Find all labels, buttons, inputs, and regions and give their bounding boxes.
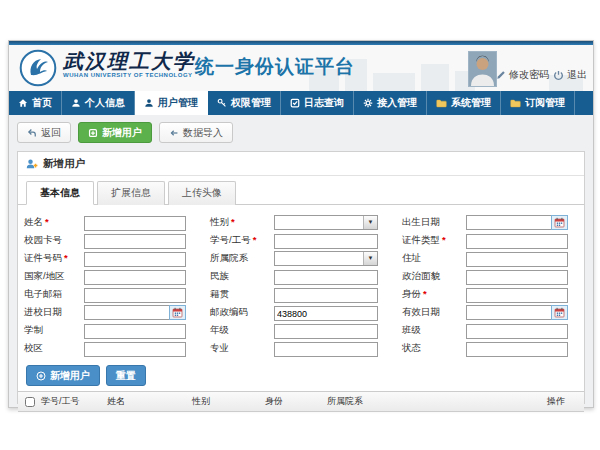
data-import-label: 数据导入 bbox=[183, 127, 223, 138]
required-asterisk: * bbox=[442, 234, 446, 245]
dropdown-arrow-icon: ▼ bbox=[363, 252, 377, 265]
home-icon bbox=[18, 98, 28, 108]
back-button[interactable]: 返回 bbox=[17, 122, 71, 143]
nav-item-log-query[interactable]: 日志查询 bbox=[281, 91, 354, 115]
field-campus bbox=[84, 339, 186, 358]
nav-item-system-management[interactable]: 系统管理 bbox=[427, 91, 501, 115]
panel-title: 新增用户 bbox=[43, 157, 85, 171]
add-user-panel: 新增用户 基本信息扩展信息上传头像 姓名*性别*▼出生日期校园卡号学号/工号*证… bbox=[17, 151, 585, 404]
nav-item-subscription-management[interactable]: 订阅管理 bbox=[501, 91, 575, 115]
add-user-toolbar-label: 新增用户 bbox=[102, 127, 142, 138]
app-header: 武汉理工大学 WUHAN UNIVERSITY OF TECHNOLOGY 统一… bbox=[9, 45, 593, 91]
back-button-label: 返回 bbox=[41, 127, 61, 138]
field-label-campus-card: 校园卡号 bbox=[24, 234, 76, 247]
field-birth-date bbox=[466, 215, 568, 230]
nav-item-label: 系统管理 bbox=[451, 96, 491, 110]
back-arrow-icon bbox=[27, 128, 37, 138]
field-valid-date bbox=[466, 305, 568, 320]
table-header-checkbox-cell bbox=[18, 397, 38, 407]
field-address bbox=[466, 249, 568, 268]
address-input[interactable] bbox=[466, 252, 568, 267]
postal-code-input[interactable] bbox=[274, 306, 378, 321]
campus-input[interactable] bbox=[84, 342, 186, 357]
field-label-status: 状态 bbox=[386, 342, 458, 355]
field-label-grade: 年级 bbox=[194, 324, 266, 337]
field-label-valid-date: 有效日期 bbox=[386, 306, 458, 319]
ethnicity-input[interactable] bbox=[274, 270, 378, 285]
nav-item-home[interactable]: 首页 bbox=[9, 91, 62, 115]
name-input[interactable] bbox=[84, 216, 186, 231]
status-input[interactable] bbox=[466, 342, 568, 357]
required-asterisk: * bbox=[423, 288, 427, 299]
field-label-gender: 性别* bbox=[194, 216, 266, 229]
grade-input[interactable] bbox=[274, 324, 378, 339]
form-tabs: 基本信息扩展信息上传头像 bbox=[18, 176, 584, 205]
field-label-political-status: 政治面貌 bbox=[386, 270, 458, 283]
id-type-input[interactable] bbox=[466, 234, 568, 249]
form-actions: 新增用户 重置 bbox=[18, 361, 584, 391]
data-import-button[interactable]: 数据导入 bbox=[159, 122, 233, 143]
tab-extended-info[interactable]: 扩展信息 bbox=[97, 181, 165, 205]
change-password-label: 修改密码 bbox=[509, 68, 549, 82]
form-grid: 姓名*性别*▼出生日期校园卡号学号/工号*证件类型*证件号码*所属院系▼住址国家… bbox=[18, 205, 584, 361]
field-label-ethnicity: 民族 bbox=[194, 270, 266, 283]
valid-date-input[interactable] bbox=[466, 305, 551, 320]
field-label-entry-date: 进校日期 bbox=[24, 306, 76, 319]
select-all-checkbox[interactable] bbox=[25, 397, 35, 407]
id-number-input[interactable] bbox=[84, 252, 186, 267]
nav-item-permission-management[interactable]: 权限管理 bbox=[208, 91, 281, 115]
toolbar: 返回 新增用户 数据导入 bbox=[9, 115, 593, 150]
field-label-native-place: 籍贯 bbox=[194, 288, 266, 301]
birth-date-input[interactable] bbox=[466, 215, 551, 230]
study-length-input[interactable] bbox=[84, 324, 186, 339]
required-asterisk: * bbox=[45, 216, 49, 227]
tab-upload-avatar[interactable]: 上传头像 bbox=[168, 181, 236, 205]
nav-item-access-management[interactable]: 接入管理 bbox=[354, 91, 427, 115]
add-user-toolbar-button[interactable]: 新增用户 bbox=[78, 122, 152, 143]
department-select[interactable]: ▼ bbox=[274, 251, 378, 266]
table-header-actions: 操作 bbox=[544, 395, 584, 408]
field-campus-card bbox=[84, 231, 186, 250]
table-header-row: 学号/工号姓名性别身份所属院系操作 bbox=[18, 391, 584, 412]
birth-date-calendar-button[interactable] bbox=[551, 215, 568, 230]
field-label-address: 住址 bbox=[386, 252, 458, 265]
reset-button-label: 重置 bbox=[116, 370, 136, 381]
valid-date-calendar-button[interactable] bbox=[551, 305, 568, 320]
change-password-link[interactable]: 修改密码 bbox=[496, 68, 549, 82]
logout-link[interactable]: 退出 bbox=[553, 68, 587, 82]
field-gender: ▼ bbox=[274, 215, 378, 230]
campus-card-input[interactable] bbox=[84, 234, 186, 249]
field-name bbox=[84, 213, 186, 232]
reset-button[interactable]: 重置 bbox=[106, 365, 146, 386]
submit-add-user-button[interactable]: 新增用户 bbox=[26, 365, 100, 386]
student-id-input[interactable] bbox=[274, 234, 378, 249]
pencil-icon bbox=[496, 70, 506, 80]
field-major bbox=[274, 339, 378, 358]
nav-item-personal-info[interactable]: 个人信息 bbox=[62, 91, 135, 115]
native-place-input[interactable] bbox=[274, 288, 378, 303]
table-header-name: 姓名 bbox=[104, 395, 189, 408]
country-region-input[interactable] bbox=[84, 270, 186, 285]
import-arrow-icon bbox=[169, 128, 179, 138]
field-label-identity: 身份* bbox=[386, 288, 458, 301]
field-label-postal-code: 邮政编码 bbox=[194, 306, 266, 319]
user-avatar[interactable] bbox=[468, 51, 497, 87]
entry-date-input[interactable] bbox=[84, 305, 169, 320]
gender-select[interactable]: ▼ bbox=[274, 215, 378, 230]
skyline-decoration bbox=[421, 64, 449, 91]
nav-item-label: 日志查询 bbox=[304, 96, 344, 110]
field-label-email: 电子邮箱 bbox=[24, 288, 76, 301]
app-window: 武汉理工大学 WUHAN UNIVERSITY OF TECHNOLOGY 统一… bbox=[8, 40, 594, 408]
nav-item-user-management[interactable]: 用户管理 bbox=[135, 91, 208, 115]
required-asterisk: * bbox=[64, 252, 68, 263]
identity-input[interactable] bbox=[466, 288, 568, 303]
university-name-cn: 武汉理工大学 bbox=[63, 50, 195, 72]
email-input[interactable] bbox=[84, 288, 186, 303]
panel-title-bar: 新增用户 bbox=[18, 152, 584, 176]
entry-date-calendar-button[interactable] bbox=[169, 305, 186, 320]
field-id-type bbox=[466, 231, 568, 250]
tab-basic-info[interactable]: 基本信息 bbox=[26, 181, 94, 205]
political-status-input[interactable] bbox=[466, 270, 568, 285]
major-input[interactable] bbox=[274, 342, 378, 357]
class-input[interactable] bbox=[466, 324, 568, 339]
